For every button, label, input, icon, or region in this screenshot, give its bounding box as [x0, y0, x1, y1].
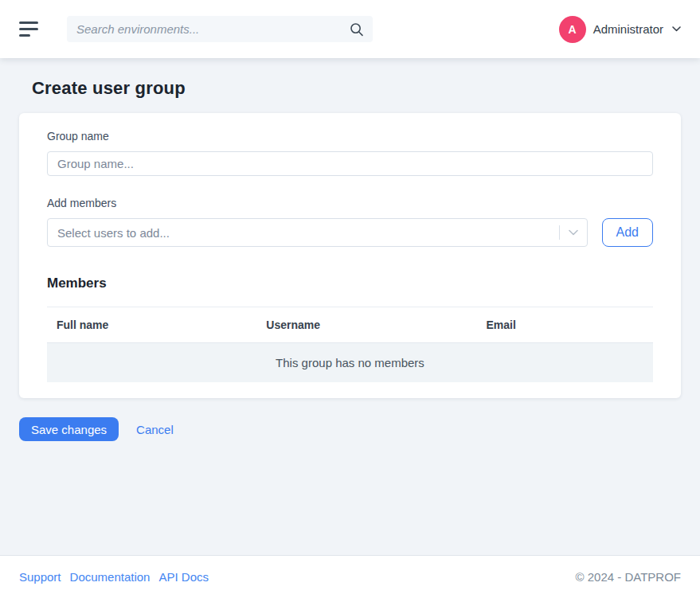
column-header-username: Username [256, 307, 476, 343]
chevron-down-icon[interactable] [560, 229, 587, 236]
avatar: A [559, 16, 586, 43]
user-menu[interactable]: A Administrator [559, 16, 681, 43]
menu-icon[interactable] [19, 21, 38, 37]
empty-state-message: This group has no members [47, 343, 653, 383]
search-input[interactable] [76, 22, 349, 36]
add-members-label: Add members [47, 197, 653, 209]
top-header: A Administrator [0, 0, 700, 58]
add-members-field: Add members Select users to add... Add [47, 197, 653, 247]
search-box [67, 16, 373, 42]
cancel-link[interactable]: Cancel [136, 423, 174, 436]
page-footer: Support Documentation API Docs © 2024 - … [0, 555, 700, 598]
footer-link-documentation[interactable]: Documentation [70, 570, 151, 584]
footer-link-api-docs[interactable]: API Docs [158, 570, 209, 584]
add-member-button[interactable]: Add [602, 218, 653, 247]
table-empty-row: This group has no members [47, 343, 653, 383]
column-header-full-name: Full name [47, 307, 256, 343]
footer-link-support[interactable]: Support [19, 570, 61, 584]
save-changes-button[interactable]: Save changes [19, 417, 119, 441]
members-heading: Members [47, 276, 653, 291]
chevron-down-icon [672, 26, 681, 32]
create-group-card: Group name Add members Select users to a… [19, 113, 681, 398]
footer-links: Support Documentation API Docs [19, 570, 209, 584]
group-name-input[interactable] [47, 151, 653, 176]
main-content: Create user group Group name Add members… [0, 58, 700, 555]
table-header-row: Full name Username Email [47, 307, 653, 343]
column-header-email: Email [477, 307, 653, 343]
group-name-label: Group name [47, 130, 653, 143]
members-table: Full name Username Email This group has … [47, 307, 653, 382]
users-select-placeholder: Select users to add... [57, 226, 170, 240]
page-title: Create user group [32, 78, 681, 99]
user-name: Administrator [593, 22, 663, 36]
users-select[interactable]: Select users to add... [47, 218, 588, 247]
search-icon[interactable] [349, 21, 365, 37]
form-actions: Save changes Cancel [19, 417, 681, 441]
select-indicators [559, 219, 587, 246]
copyright-text: © 2024 - DATPROF [576, 570, 681, 584]
group-name-field: Group name [47, 130, 653, 176]
